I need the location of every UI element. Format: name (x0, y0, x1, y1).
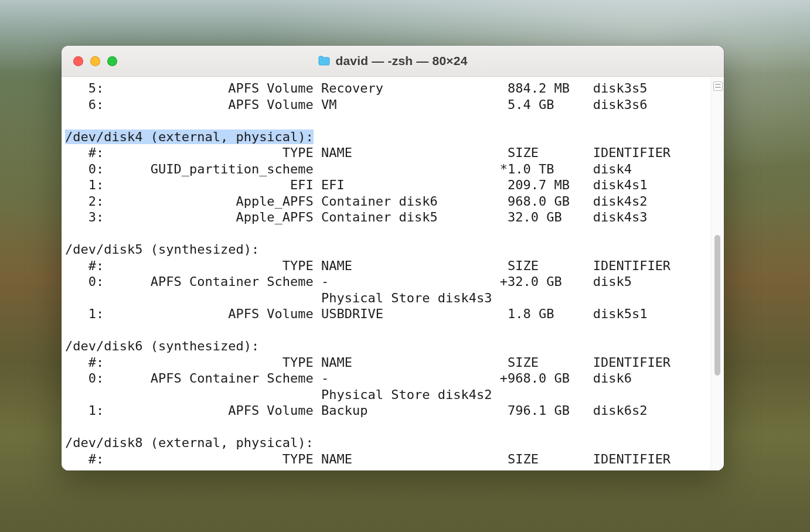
scroll-legacy-indicator-icon (713, 81, 723, 91)
window-controls (62, 56, 132, 66)
window-title: david — -zsh — 80×24 (132, 54, 654, 68)
window-titlebar[interactable]: david — -zsh — 80×24 (62, 46, 724, 77)
scrollbar-thumb[interactable] (714, 235, 720, 376)
minimize-button[interactable] (90, 56, 100, 66)
scrollbar[interactable] (710, 77, 724, 470)
terminal-viewport[interactable]: 5: APFS Volume Recovery 884.2 MB disk3s5… (62, 77, 710, 470)
highlighted-line: /dev/disk4 (external, physical): (65, 129, 314, 144)
zoom-button[interactable] (107, 56, 117, 66)
terminal-output: 5: APFS Volume Recovery 884.2 MB disk3s5… (65, 80, 710, 467)
terminal-window: david — -zsh — 80×24 5: APFS Volume Reco… (62, 46, 724, 470)
folder-icon (318, 56, 331, 66)
window-title-text: david — -zsh — 80×24 (335, 54, 467, 68)
close-button[interactable] (73, 56, 83, 66)
